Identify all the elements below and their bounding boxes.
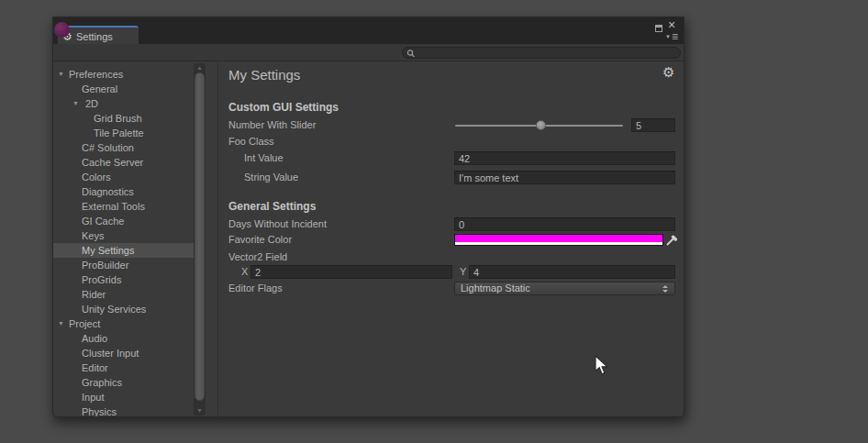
sidebar-item-label: Graphics <box>82 375 122 390</box>
sidebar-item-external-tools[interactable]: External Tools <box>53 199 194 214</box>
sidebar-item-keys[interactable]: Keys <box>53 228 194 243</box>
sidebar-item-input[interactable]: Input <box>53 390 194 404</box>
sidebar-item-grid-brush[interactable]: Grid Brush <box>53 111 194 126</box>
sidebar-item-general[interactable]: General <box>53 82 194 96</box>
color-swatch-rgb <box>455 235 662 242</box>
sidebar-item-unity-services[interactable]: Unity Services <box>53 302 194 316</box>
field-label: Favorite Color <box>228 233 292 247</box>
sidebar-item-label: Tile Palette <box>94 126 144 140</box>
sidebar-item-label: Cache Server <box>82 155 143 170</box>
row-number-with-slider: Number With Slider <box>219 118 684 132</box>
row-editor-flags: Editor Flags Lightmap Static <box>219 282 684 295</box>
sidebar-item-project[interactable]: ▼Project <box>53 316 194 331</box>
sidebar-item-label: Audio <box>82 331 107 346</box>
foldout-triangle-icon[interactable]: ▼ <box>58 316 64 331</box>
section-heading-general: General Settings <box>228 200 316 213</box>
sidebar-item-label: Cluster Input <box>82 346 139 360</box>
sidebar-item-label: C# Solution <box>82 140 134 155</box>
field-label: String Value <box>244 171 298 184</box>
int-value-input[interactable] <box>454 151 675 165</box>
vector2-y-input[interactable] <box>469 265 675 279</box>
sidebar-item-label: Keys <box>82 228 104 243</box>
favorite-color-swatch[interactable] <box>454 234 663 246</box>
window-menu-triangle-icon: ▼ <box>665 34 671 39</box>
search-field[interactable] <box>402 47 681 59</box>
row-int-value: Int Value <box>219 151 684 165</box>
row-days-without-incident: Days Without Incident <box>219 217 684 231</box>
sidebar-item-rider[interactable]: Rider <box>53 287 194 302</box>
editor-flags-selected-value: Lightmap Static <box>461 282 530 293</box>
sidebar-item-label: My Settings <box>82 243 134 258</box>
settings-content-panel: My Settings ⚙ Custom GUI Settings Number… <box>219 62 684 416</box>
search-icon <box>406 49 416 59</box>
window-badge-dot <box>54 22 70 38</box>
sidebar-item-label: Project <box>69 316 100 331</box>
sidebar-item-label: Rider <box>82 287 106 302</box>
row-vector2-field: Vector2 Field <box>219 250 684 264</box>
sidebar-item-label: Physics <box>82 404 117 416</box>
color-swatch-alpha-bar <box>455 242 662 245</box>
string-value-input[interactable] <box>454 171 675 184</box>
field-label: Editor Flags <box>228 282 283 295</box>
window-menu-button[interactable]: ≡ <box>672 31 677 43</box>
sidebar-divider <box>217 62 218 416</box>
sidebar-item-label: Editor <box>82 360 108 375</box>
slider-handle[interactable] <box>536 120 546 130</box>
field-label: Vector2 Field <box>228 250 287 264</box>
field-label: Days Without Incident <box>228 217 327 231</box>
page-title: My Settings <box>228 67 300 83</box>
sidebar-item-progrids[interactable]: ProGrids <box>53 272 194 287</box>
field-label: Number With Slider <box>228 118 316 132</box>
sidebar-item-preferences[interactable]: ▼Preferences <box>53 67 194 82</box>
sidebar-item-colors[interactable]: Colors <box>53 170 194 184</box>
sidebar-item-my-settings[interactable]: My Settings <box>53 243 194 258</box>
toolbar <box>53 44 684 61</box>
sidebar-item-label: GI Cache <box>82 214 124 228</box>
y-axis-label: Y <box>460 265 466 279</box>
row-foo-class: Foo Class <box>219 135 684 149</box>
section-heading-custom-gui: Custom GUI Settings <box>228 101 339 114</box>
row-favorite-color: Favorite Color <box>219 233 684 247</box>
sidebar-item-label: Diagnostics <box>82 184 134 199</box>
sidebar-item-2d[interactable]: ▼2D <box>53 96 194 111</box>
tab-title: Settings <box>76 28 113 45</box>
search-input[interactable] <box>417 48 674 58</box>
sidebar-item-gi-cache[interactable]: GI Cache <box>53 214 194 228</box>
desktop-background: ⚙ Settings × ▼ ≡ ▼Preferences Ge <box>0 0 868 443</box>
window-chrome: ⚙ Settings × ▼ ≡ <box>53 17 684 44</box>
sidebar-item-label: External Tools <box>82 199 145 214</box>
sidebar-scrollbar[interactable]: ▲ ▼ <box>194 63 206 415</box>
scrollbar-thumb[interactable] <box>195 72 205 401</box>
scroll-down-icon[interactable]: ▼ <box>194 406 206 415</box>
tab-settings[interactable]: ⚙ Settings <box>58 26 139 44</box>
sidebar-item-cache-server[interactable]: Cache Server <box>53 155 194 170</box>
sidebar-item-audio[interactable]: Audio <box>53 331 194 346</box>
field-label: Foo Class <box>228 135 274 149</box>
foldout-triangle-icon[interactable]: ▼ <box>58 67 64 82</box>
vector2-x-input[interactable] <box>250 265 452 279</box>
settings-window: ⚙ Settings × ▼ ≡ ▼Preferences Ge <box>52 17 684 417</box>
row-vector2-xy: X Y <box>219 265 684 279</box>
field-label: Int Value <box>244 151 284 165</box>
row-string-value: String Value <box>219 171 684 184</box>
window-body: ▼Preferences General ▼2D Grid Brush Tile… <box>53 62 684 416</box>
sidebar-item-csharp-solution[interactable]: C# Solution <box>53 140 194 155</box>
maximize-button[interactable] <box>655 25 662 32</box>
sidebar-item-label: 2D <box>85 96 98 111</box>
eyedropper-icon[interactable] <box>665 234 678 246</box>
number-with-slider-input[interactable] <box>631 118 675 132</box>
sidebar-item-label: Unity Services <box>82 302 146 316</box>
sidebar-item-editor[interactable]: Editor <box>53 360 194 375</box>
sidebar-item-cluster-input[interactable]: Cluster Input <box>53 346 194 360</box>
sidebar-item-tile-palette[interactable]: Tile Palette <box>53 126 194 140</box>
editor-flags-dropdown[interactable]: Lightmap Static <box>454 282 675 295</box>
sidebar-item-graphics[interactable]: Graphics <box>53 375 194 390</box>
days-without-incident-input[interactable] <box>454 217 675 231</box>
sidebar-item-diagnostics[interactable]: Diagnostics <box>53 184 194 199</box>
scroll-up-icon[interactable]: ▲ <box>194 63 206 72</box>
sidebar-item-label: Preferences <box>69 67 123 82</box>
panel-gear-icon[interactable]: ⚙ <box>662 64 674 81</box>
foldout-triangle-icon[interactable]: ▼ <box>72 96 79 111</box>
sidebar-item-physics[interactable]: Physics <box>53 404 194 416</box>
sidebar-item-probuilder[interactable]: ProBuilder <box>53 258 194 272</box>
